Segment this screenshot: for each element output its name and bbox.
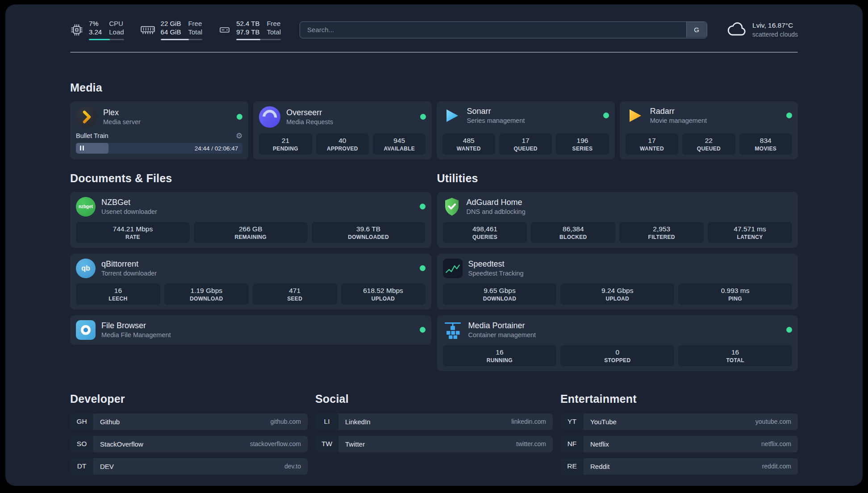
bookmark-domain: twitter.com <box>516 440 546 447</box>
nzbget-card[interactable]: nzbget NZBGet Usenet downloader 744.21 M… <box>70 192 431 248</box>
memory-icon <box>140 25 155 35</box>
card-desc: Usenet downloader <box>101 208 157 215</box>
pause-icon[interactable] <box>80 146 84 150</box>
bookmark-linkedin[interactable]: LI LinkedIn linkedin.com <box>315 414 553 430</box>
overseerr-card[interactable]: Overseerr Media Requests 21 PENDING 40 A… <box>253 101 431 159</box>
bookmark-domain: linkedin.com <box>511 418 546 425</box>
card-name: Radarr <box>650 107 707 116</box>
radarr-card[interactable]: Radarr Movie management 17 WANTED 22 QUE… <box>620 101 798 159</box>
card-desc: Series management <box>467 117 525 124</box>
stat-value: 498,461 <box>445 225 526 233</box>
stat-value: 39.6 TB <box>313 225 424 233</box>
disk-total-label: Total <box>267 28 281 37</box>
bookmark-domain: github.com <box>271 418 301 425</box>
stat-label: WANTED <box>444 146 493 152</box>
filebrowser-card[interactable]: File Browser Media File Management <box>70 315 431 345</box>
portainer-icon <box>443 320 463 340</box>
section-title-media: Media <box>70 81 798 94</box>
stat-label: DOWNLOAD <box>166 296 247 302</box>
stat-label: STOPPED <box>562 357 672 363</box>
utilities-column: Utilities <box>437 172 798 371</box>
overseerr-icon <box>259 106 280 128</box>
adguard-card[interactable]: AdGuard Home DNS and adblocking 498,461 … <box>437 192 798 248</box>
stat-box: 9.65 Gbps DOWNLOAD <box>443 284 557 305</box>
disk-total-value: 97.9 TB <box>236 28 259 37</box>
status-dot <box>603 113 609 118</box>
section-title-documents: Documents & Files <box>70 172 431 185</box>
card-name: Overseerr <box>286 108 333 117</box>
bookmark-abbr: SO <box>70 436 93 452</box>
stat-box: 834 MOVIES <box>739 134 792 155</box>
stat-value: 196 <box>558 137 607 145</box>
stat-label: SEED <box>255 296 335 302</box>
bookmark-name: Netflix <box>590 440 609 448</box>
stat-value: 16 <box>680 348 790 356</box>
stat-box: 9.24 Gbps UPLOAD <box>560 284 674 305</box>
stat-label: APPROVED <box>318 146 367 152</box>
memory-widget: 22 GiB 64 GiB Free Total <box>140 20 203 40</box>
stat-label: RUNNING <box>445 357 555 363</box>
section-title-utilities: Utilities <box>437 172 798 185</box>
stat-value: 2,953 <box>621 225 702 233</box>
bookmark-youtube[interactable]: YT YouTube youtube.com <box>560 414 798 430</box>
section-title-entertainment: Entertainment <box>560 393 798 405</box>
stat-box: 17 QUEUED <box>499 134 552 155</box>
stat-value: 9.24 Gbps <box>562 287 672 295</box>
bookmark-netflix[interactable]: NF Netflix netflix.com <box>560 436 798 452</box>
stat-value: 266 GB <box>196 225 306 233</box>
filebrowser-icon <box>76 320 96 340</box>
stat-label: RATE <box>78 234 188 240</box>
playback-progress-bar[interactable]: 24:44 / 02:06:47 <box>76 143 242 154</box>
bookmark-abbr: NF <box>560 436 584 452</box>
bookmark-stackoverflow[interactable]: SO StackOverflow stackoverflow.com <box>70 436 308 452</box>
cpu-widget: 7% 3.24 CPU Load <box>70 20 124 40</box>
stat-label: QUERIES <box>445 234 526 240</box>
stat-label: UPLOAD <box>562 296 672 302</box>
stat-label: LATENCY <box>709 234 790 240</box>
stat-label: DOWNLOADED <box>313 234 424 240</box>
stat-value: 17 <box>627 137 676 145</box>
card-name: qBittorrent <box>101 259 157 269</box>
stat-box: 16 RUNNING <box>443 345 557 366</box>
bookmark-name: Github <box>100 418 120 426</box>
bookmark-github[interactable]: GH Github github.com <box>70 414 308 430</box>
playback-time: 24:44 / 02:06:47 <box>195 145 238 151</box>
bookmarks-developer: Developer GH Github github.com SO StackO… <box>70 393 308 475</box>
bookmark-dev[interactable]: DT DEV dev.to <box>70 458 308 475</box>
stat-label: MOVIES <box>741 146 790 152</box>
bookmark-reddit[interactable]: RE Reddit reddit.com <box>560 458 798 475</box>
search-bar: G <box>300 21 707 38</box>
stat-label: PENDING <box>261 146 310 152</box>
search-provider-button[interactable]: G <box>686 22 707 38</box>
status-dot <box>420 265 426 271</box>
stat-label: AVAILABLE <box>375 146 424 152</box>
portainer-card[interactable]: Media Portainer Container management 16 … <box>437 315 798 371</box>
bookmark-domain: netflix.com <box>761 440 791 447</box>
stat-box: 485 WANTED <box>442 134 495 155</box>
stat-value: 485 <box>444 137 493 145</box>
gear-icon[interactable]: ⚙ <box>236 132 242 140</box>
stat-box: 16 TOTAL <box>678 345 792 366</box>
stat-label: QUEUED <box>501 146 550 152</box>
plex-icon <box>76 106 97 128</box>
cloud-icon <box>726 22 747 38</box>
bookmark-abbr: RE <box>560 458 584 475</box>
now-playing-title: Bullet Train <box>76 132 108 139</box>
bookmark-abbr: TW <box>315 436 338 452</box>
card-desc: Media File Management <box>101 331 171 338</box>
plex-card[interactable]: Plex Media server Bullet Train ⚙ <box>70 101 248 159</box>
bookmark-abbr: YT <box>560 414 584 430</box>
stat-value: 47.571 ms <box>709 225 790 233</box>
stat-box: 196 SERIES <box>556 134 609 155</box>
section-title-social: Social <box>315 393 553 405</box>
sonarr-card[interactable]: Sonarr Series management 485 WANTED 17 Q… <box>437 101 615 159</box>
memory-usage-bar <box>161 39 203 40</box>
qbittorrent-card[interactable]: qb qBittorrent Torrent downloader 16 <box>70 254 431 309</box>
stat-box: 1.19 Gbps DOWNLOAD <box>164 284 249 305</box>
search-input[interactable] <box>300 21 707 38</box>
status-dot <box>420 114 426 120</box>
bookmark-domain: stackoverflow.com <box>250 440 301 447</box>
speedtest-card[interactable]: Speedtest Speedtest Tracking 9.65 Gbps D… <box>437 254 798 309</box>
stat-value: 40 <box>318 137 367 145</box>
bookmark-twitter[interactable]: TW Twitter twitter.com <box>315 436 553 452</box>
